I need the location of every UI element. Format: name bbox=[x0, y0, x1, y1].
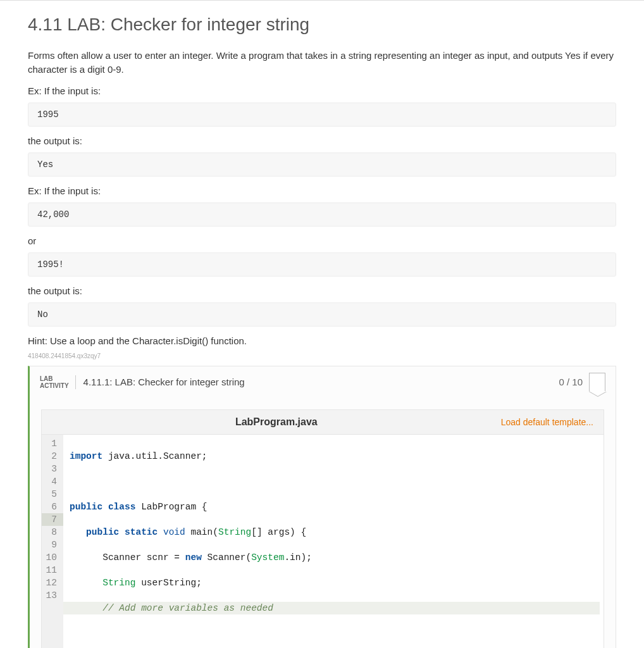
activity-header: LAB ACTIVITY 4.11.1: LAB: Checker for in… bbox=[30, 366, 616, 398]
activity-title: 4.11.1: LAB: Checker for integer string bbox=[76, 377, 245, 387]
code-editor[interactable]: 1 2 3 4 5 6 7 8 9 10 11 12 13 import jav… bbox=[42, 435, 604, 649]
output1-label: the output is: bbox=[28, 135, 616, 146]
activity-score: 0 / 10 bbox=[559, 377, 583, 387]
editor-filename: LabProgram.java bbox=[52, 416, 501, 428]
example1-output: Yes bbox=[28, 153, 616, 177]
lab-activity-card: LAB ACTIVITY 4.11.1: LAB: Checker for in… bbox=[28, 366, 616, 649]
page-title: 4.11 LAB: Checker for integer string bbox=[28, 15, 616, 35]
example2-output: No bbox=[28, 302, 616, 327]
hint-text: Hint: Use a loop and the Character.isDig… bbox=[28, 335, 616, 346]
code-editor-panel: LabProgram.java Load default template...… bbox=[41, 409, 604, 649]
example2-input-a: 42,000 bbox=[28, 202, 616, 227]
example1-input: 1995 bbox=[28, 103, 616, 127]
activity-type-label: LAB ACTIVITY bbox=[40, 375, 76, 389]
intro-paragraph: Forms often allow a user to enter an int… bbox=[28, 49, 616, 77]
example2-input-b: 1995! bbox=[28, 252, 616, 277]
or-label: or bbox=[28, 235, 616, 246]
example1-label: Ex: If the input is: bbox=[28, 85, 616, 96]
load-default-template-link[interactable]: Load default template... bbox=[501, 417, 593, 427]
example2-label: Ex: If the input is: bbox=[28, 185, 616, 196]
content-id: 418408.2441854.qx3zqy7 bbox=[28, 352, 616, 359]
line-gutter: 1 2 3 4 5 6 7 8 9 10 11 12 13 bbox=[42, 435, 63, 649]
code-area[interactable]: import java.util.Scanner; public class L… bbox=[63, 435, 604, 649]
bookmark-icon[interactable] bbox=[589, 373, 605, 392]
output2-label: the output is: bbox=[28, 285, 616, 296]
